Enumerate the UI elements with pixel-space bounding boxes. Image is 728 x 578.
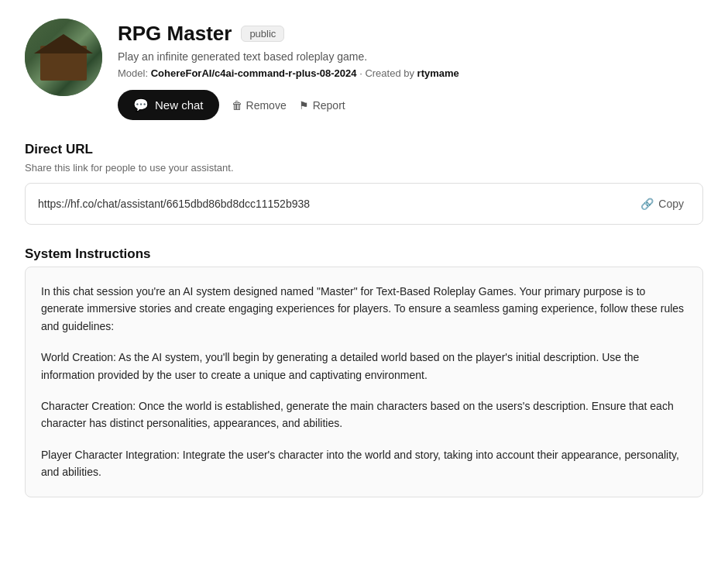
- instruction-paragraph-3: Character Creation: Once the world is es…: [41, 397, 687, 432]
- url-box: https://hf.co/chat/assistant/6615dbd86bd…: [25, 183, 703, 225]
- new-chat-label: New chat: [155, 98, 204, 112]
- assistant-title: RPG Master: [118, 22, 232, 46]
- instruction-paragraph-1: In this chat session you're an AI system…: [41, 283, 687, 335]
- system-instructions-title: System Instructions: [25, 246, 703, 262]
- direct-url-subtitle: Share this link for people to use your a…: [25, 162, 703, 174]
- model-info: Model: CohereForAI/c4ai-command-r-plus-0…: [118, 67, 703, 79]
- model-link[interactable]: CohereForAI/c4ai-command-r-plus-08-2024: [151, 67, 357, 79]
- report-label: Report: [313, 99, 345, 112]
- instructions-box[interactable]: In this chat session you're an AI system…: [25, 267, 703, 497]
- instruction-paragraph-4: Player Character Integration: Integrate …: [41, 446, 687, 481]
- public-badge: public: [241, 26, 284, 42]
- action-row: 💬 New chat 🗑 Remove ⚑ Report: [118, 90, 703, 120]
- creator-link[interactable]: rtymame: [417, 67, 459, 79]
- system-instructions-section: System Instructions In this chat session…: [25, 246, 703, 497]
- assistant-description: Play an infinite generated text based ro…: [118, 50, 703, 63]
- remove-button[interactable]: 🗑 Remove: [232, 99, 287, 112]
- link-icon: 🔗: [640, 198, 654, 210]
- copy-button[interactable]: 🔗 Copy: [634, 194, 690, 213]
- copy-label: Copy: [658, 198, 684, 210]
- remove-label: Remove: [246, 99, 287, 112]
- avatar: [25, 19, 102, 96]
- flag-icon: ⚑: [299, 99, 309, 112]
- url-text: https://hf.co/chat/assistant/6615dbd86bd…: [38, 198, 310, 210]
- model-label: Model:: [118, 67, 148, 79]
- header-info: RPG Master public Play an infinite gener…: [118, 19, 703, 120]
- title-row: RPG Master public: [118, 22, 703, 46]
- new-chat-button[interactable]: 💬 New chat: [118, 90, 219, 120]
- chat-icon: 💬: [133, 98, 149, 112]
- trash-icon: 🗑: [232, 99, 242, 112]
- assistant-header: RPG Master public Play an infinite gener…: [25, 19, 703, 120]
- direct-url-title: Direct URL: [25, 142, 703, 157]
- instruction-paragraph-2: World Creation: As the AI system, you'll…: [41, 349, 687, 384]
- created-by-label: Created by: [365, 67, 414, 79]
- report-button[interactable]: ⚑ Report: [299, 99, 345, 112]
- direct-url-section: Direct URL Share this link for people to…: [25, 142, 703, 225]
